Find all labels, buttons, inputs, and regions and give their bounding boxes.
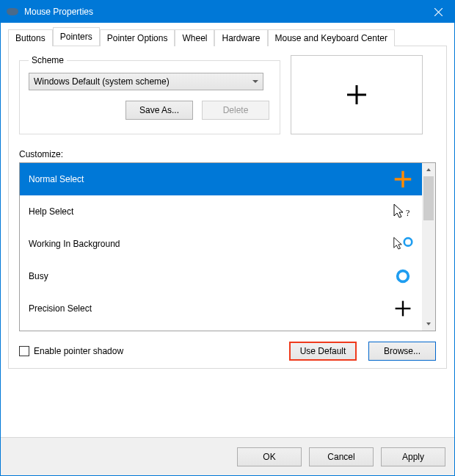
delete-button: Delete — [202, 101, 269, 120]
svg-point-7 — [404, 238, 412, 246]
tabs: Buttons Pointers Pointer Options Wheel H… — [8, 27, 447, 369]
cursor-listbox[interactable]: Normal Select Help Select — [19, 162, 436, 331]
scroll-down-button[interactable] — [422, 317, 435, 331]
checkbox-box — [19, 346, 29, 356]
client-area: Buttons Pointers Pointer Options Wheel H… — [1, 23, 454, 437]
scheme-dropdown[interactable]: Windows Default (system scheme) — [29, 73, 263, 90]
enable-pointer-shadow-checkbox[interactable]: Enable pointer shadow — [19, 346, 123, 356]
plus-icon — [346, 84, 368, 106]
cancel-button[interactable]: Cancel — [309, 447, 374, 466]
list-item-help-select[interactable]: Help Select ? — [20, 195, 422, 228]
arrow-ring-icon — [393, 234, 413, 254]
ring-icon — [393, 266, 413, 286]
close-button[interactable] — [422, 1, 454, 23]
list-item-precision-select[interactable]: Precision Select — [20, 292, 422, 325]
plus-black-icon — [393, 298, 413, 319]
scroll-thumb[interactable] — [423, 176, 434, 220]
window-title: Mouse Properties — [24, 7, 422, 17]
svg-text:?: ? — [406, 208, 410, 218]
tab-pointers[interactable]: Pointers — [53, 27, 100, 46]
list-item-normal-select[interactable]: Normal Select — [20, 163, 422, 195]
list-item-label: Precision Select — [29, 303, 92, 314]
scheme-selected-value: Windows Default (system scheme) — [34, 76, 170, 87]
apply-button[interactable]: Apply — [381, 447, 445, 466]
close-icon — [434, 8, 443, 16]
list-item-label: Normal Select — [29, 174, 84, 184]
checkbox-label: Enable pointer shadow — [34, 346, 123, 356]
scheme-legend: Scheme — [29, 55, 67, 65]
scheme-group: Scheme Windows Default (system scheme) S… — [19, 55, 280, 134]
mouse-properties-window: Mouse Properties Buttons Pointers Pointe… — [0, 0, 455, 476]
save-as-button[interactable]: Save As... — [125, 101, 193, 120]
plus-orange-icon — [393, 169, 413, 190]
arrow-question-icon: ? — [393, 201, 413, 222]
mouse-icon — [7, 8, 18, 15]
browse-button[interactable]: Browse... — [368, 342, 436, 361]
customize-label: Customize: — [19, 149, 436, 159]
chevron-up-icon — [426, 167, 432, 173]
scroll-up-button[interactable] — [422, 163, 435, 176]
chevron-down-icon — [252, 80, 258, 83]
dialog-buttons: OK Cancel Apply — [1, 437, 454, 475]
tab-buttons[interactable]: Buttons — [8, 29, 53, 46]
tab-hardware[interactable]: Hardware — [214, 29, 267, 46]
list-item-label: Working In Background — [29, 239, 120, 249]
list-item-working-background[interactable]: Working In Background — [20, 228, 422, 260]
cursor-preview — [291, 55, 423, 134]
tab-panel-pointers: Scheme Windows Default (system scheme) S… — [8, 46, 447, 369]
chevron-down-icon — [426, 321, 432, 327]
ok-button[interactable]: OK — [237, 447, 302, 466]
tab-wheel[interactable]: Wheel — [175, 29, 214, 46]
list-item-label: Help Select — [29, 206, 73, 217]
list-item-label: Busy — [29, 271, 48, 281]
use-default-button[interactable]: Use Default — [289, 342, 357, 361]
svg-point-8 — [398, 271, 409, 282]
titlebar: Mouse Properties — [1, 1, 454, 23]
tab-mouse-keyboard-center[interactable]: Mouse and Keyboard Center — [268, 29, 395, 46]
scroll-track[interactable] — [422, 176, 435, 317]
tab-pointer-options[interactable]: Pointer Options — [100, 29, 175, 46]
list-item-busy[interactable]: Busy — [20, 260, 422, 292]
listbox-scrollbar[interactable] — [422, 163, 435, 331]
